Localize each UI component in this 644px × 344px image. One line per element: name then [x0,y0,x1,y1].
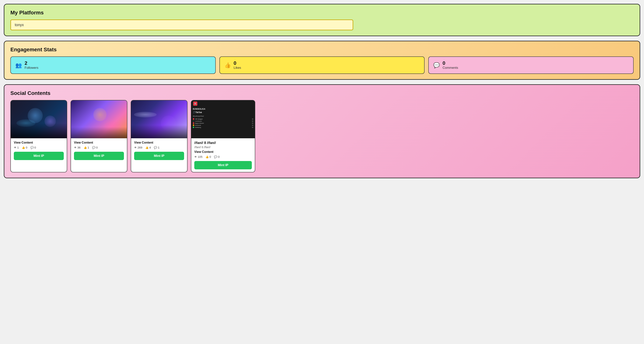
comments-icon: 💬 [433,62,440,68]
like-icon-4: 👍 [206,155,209,158]
comment-icon-1: 💬 [30,146,34,149]
view-content-4[interactable]: View Content [194,150,252,154]
likes-stat-3: 👍 4 [145,146,151,149]
content-card-2: View Content 👁 36 👍 1 💬 0 Mint IP [70,100,127,173]
followers-label: Followers [24,66,38,70]
tiktok-card-subtitle: //fan// 8 //fan// [194,146,252,149]
card-image-3 [131,100,187,138]
team-name-3: Dortmund [195,125,251,126]
team-row-0: VfB Stuttgart 38 [193,118,253,120]
platforms-title: My Platforms [10,10,634,16]
team-row-3: Dortmund 33 [193,124,253,126]
comments-count-4: 0 [218,155,220,158]
mint-ip-button-2[interactable]: Mint IP [74,152,124,160]
likes-stat-2: 👍 1 [84,146,89,149]
followers-icon: 👥 [15,62,22,68]
content-cards-row: View Content 👁 1 👍 0 💬 0 Mint IP [10,100,634,173]
content-card-3: View Content 👁 269 👍 4 💬 1 Mint I [131,100,188,173]
followers-number: 2 [24,61,38,66]
team-stats-4: 30 [252,127,253,128]
card-stats-4: 👁 105 👍 0 💬 0 [194,155,252,158]
likes-label: Likes [234,66,241,70]
tiktok-logo-area: 🎵TikTok [193,111,253,114]
followers-info: 2 Followers [24,61,38,70]
pts-2: 35 [252,123,253,124]
like-icon-2: 👍 [84,146,87,149]
team-stats-1: 36 [252,120,253,122]
card-image-1 [11,100,67,138]
comment-icon-3: 💬 [154,146,157,149]
comments-count-3: 1 [158,146,159,149]
venue-lights-2 [71,100,127,138]
like-icon-1: 👍 [22,146,25,149]
comment-icon-4: 💬 [214,155,217,158]
likes-count-4: 0 [210,155,211,158]
likes-count-2: 1 [88,146,89,149]
card-gradient-3 [131,125,187,138]
card-gradient-1 [11,123,67,138]
team-row-1: Leverkusen 36 [193,120,253,122]
team-dot-2 [193,122,194,124]
tiktok-content-area: BUNDESLIGA 🎵TikTok @yuboyychavi VfB Stut… [191,107,255,138]
comments-count-2: 0 [96,146,98,149]
card-stats-1: 👁 1 👍 0 💬 0 [14,146,64,149]
tiktok-header: ⚽ [191,100,255,107]
card-body-1: View Content 👁 1 👍 0 💬 0 Mint IP [11,138,67,163]
card-body-4: //fan// 8 //fan// //fan// 8 //fan// View… [191,138,255,172]
card-body-2: View Content 👁 36 👍 1 💬 0 Mint IP [71,138,127,163]
platform-search-input[interactable] [10,20,353,30]
mint-ip-button-3[interactable]: Mint IP [134,152,184,160]
comments-stat-4: 💬 0 [214,155,220,158]
team-name-4: Wolfsberg [195,127,251,128]
view-content-2[interactable]: View Content [74,141,124,144]
mint-ip-button-1[interactable]: Mint IP [14,152,64,160]
pts-4: 30 [252,127,253,128]
bundesliga-title: BUNDESLIGA [193,108,253,110]
views-stat-2: 👁 36 [74,146,80,149]
stats-row: 👥 2 Followers 👍 0 Likes 💬 0 Comments [10,56,634,74]
pts-1: 36 [252,120,253,122]
likes-count-3: 4 [149,146,151,149]
card-stats-2: 👁 36 👍 1 💬 0 [74,146,124,149]
tiktok-card-title: //fan// 8 //fan// [194,141,252,145]
team-dot-3 [193,124,194,126]
team-dot-1 [193,120,194,122]
team-row-2: Bayern Munich 35 [193,122,253,124]
bundesliga-badge: ⚽ [193,102,197,106]
views-count-2: 36 [78,146,80,149]
views-stat-3: 👁 269 [134,146,142,149]
eye-icon-3: 👁 [134,146,137,149]
pts-0: 38 [252,118,253,120]
view-content-1[interactable]: View Content [14,141,64,144]
comments-stat-2: 💬 0 [92,146,98,149]
team-dot-4 [193,126,194,128]
social-title: Social Contents [10,90,634,96]
team-stats-2: 35 [252,123,253,124]
comments-stat-card: 💬 0 Comments [428,56,634,74]
tiktok-handle-text: @yuboyychavi [193,115,253,117]
eye-icon-1: 👁 [14,146,16,149]
team-stats-3: 33 [252,125,253,126]
followers-stat-card: 👥 2 Followers [10,56,216,74]
card-image-2 [71,100,127,138]
likes-number: 0 [234,61,241,66]
mint-ip-button-4[interactable]: Mint IP [194,161,252,169]
card-gradient-2 [71,127,127,138]
engagement-section: Engagement Stats 👥 2 Followers 👍 0 Likes… [4,41,640,80]
comment-icon-2: 💬 [92,146,95,149]
card-body-3: View Content 👁 269 👍 4 💬 1 Mint I [131,138,187,163]
team-name-1: Leverkusen [195,120,251,122]
eye-icon-2: 👁 [74,146,76,149]
light-2a [93,108,106,121]
views-count-4: 105 [198,155,202,158]
social-section: Social Contents View Content 👁 1 [4,84,640,178]
team-stats-0: 38 [252,118,253,120]
comments-number: 0 [442,61,458,66]
likes-stat-4: 👍 0 [206,155,211,158]
team-dot-0 [193,118,194,120]
likes-stat-card: 👍 0 Likes [220,56,425,74]
team-row-4: Wolfsberg 30 [193,126,253,128]
likes-stat-1: 👍 0 [22,146,27,149]
view-content-3[interactable]: View Content [134,141,184,144]
venue-lights-1 [11,100,67,138]
